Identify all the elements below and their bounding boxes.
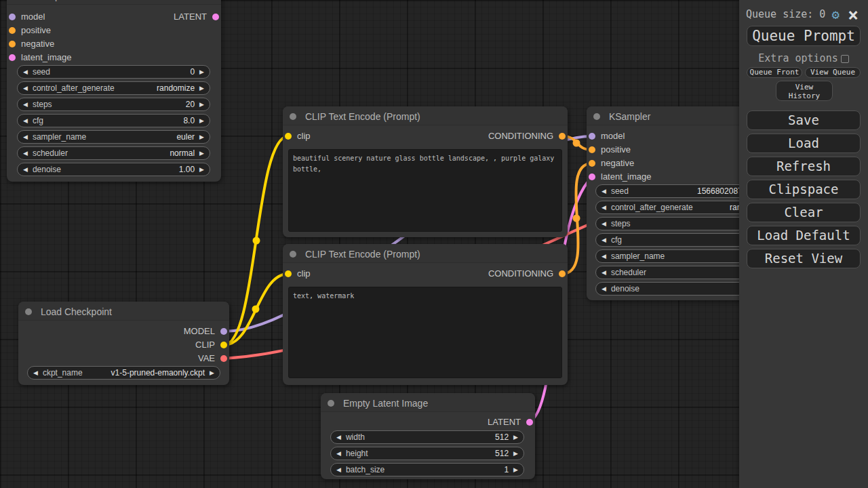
decrement-arrow-icon[interactable]: ◀ [601, 249, 606, 263]
node-clip-positive-header[interactable]: CLIP Text Encode (Prompt) [283, 106, 568, 125]
collapse-dot[interactable] [328, 400, 334, 407]
scheduler-widget[interactable]: ◀ scheduler normal ▶ [17, 146, 210, 160]
clip-input-slot[interactable] [285, 133, 292, 140]
node-load-checkpoint-header[interactable]: Load Checkpoint [18, 302, 229, 321]
height-widget[interactable]: ◀ height 512 ▶ [330, 447, 524, 460]
node-empty-latent-image[interactable]: Empty Latent Image LATENT ◀ width 512 ▶ … [321, 393, 535, 479]
decrement-arrow-icon[interactable]: ◀ [23, 65, 28, 79]
increment-arrow-icon[interactable]: ▶ [199, 65, 204, 79]
width-widget[interactable]: ◀ width 512 ▶ [330, 430, 524, 444]
load-default-button[interactable]: Load Default [747, 226, 861, 245]
node-load-checkpoint[interactable]: Load Checkpoint MODEL CLIP VAE ◀ ckpt_na… [18, 302, 229, 385]
increment-arrow-icon[interactable]: ▶ [199, 130, 204, 144]
steps-widget[interactable]: ◀ steps 20 ▶ [17, 98, 210, 111]
widget-value: normal [170, 148, 195, 158]
negative-input-slot[interactable] [589, 160, 595, 167]
conditioning-output-slot[interactable] [559, 133, 566, 140]
decrement-arrow-icon[interactable]: ◀ [23, 81, 28, 95]
node-title: CLIP Text Encode (Prompt) [305, 111, 420, 122]
latent-output-slot[interactable] [526, 419, 533, 426]
latent-image-input-slot[interactable] [589, 174, 595, 180]
decrement-arrow-icon[interactable]: ◀ [601, 233, 606, 247]
node-clip-text-encode-negative[interactable]: CLIP Text Encode (Prompt) clip CONDITION… [283, 244, 568, 385]
queue-front-button[interactable]: Queue Front [747, 67, 802, 78]
view-history-line2: History [776, 92, 832, 100]
increment-arrow-icon[interactable]: ▶ [199, 81, 204, 95]
conditioning-output-slot[interactable] [559, 270, 566, 277]
seed-widget[interactable]: ◀ seed 0 ▶ [17, 65, 210, 79]
view-history-button[interactable]: View History [776, 81, 833, 101]
decrement-arrow-icon[interactable]: ◀ [601, 184, 606, 198]
collapse-dot[interactable] [593, 113, 600, 120]
latent-output-slot[interactable] [212, 14, 219, 20]
widget-value: 1.00 [179, 165, 195, 174]
clip-input-slot[interactable] [285, 270, 292, 277]
refresh-button[interactable]: Refresh [747, 157, 861, 176]
extra-options-checkbox[interactable] [841, 55, 849, 63]
load-button[interactable]: Load [747, 134, 861, 153]
reset-view-button[interactable]: Reset View [747, 249, 861, 268]
node-empty-latent-header[interactable]: Empty Latent Image [321, 393, 535, 412]
clipspace-button[interactable]: Clipspace [747, 180, 861, 199]
slot-label: model [601, 129, 625, 143]
positive-input-slot[interactable] [9, 27, 16, 34]
settings-gear-icon[interactable]: ⚙ [832, 7, 840, 22]
batch-size-widget[interactable]: ◀ batch_size 1 ▶ [330, 463, 524, 476]
decrement-arrow-icon[interactable]: ◀ [33, 366, 38, 380]
decrement-arrow-icon[interactable]: ◀ [23, 130, 28, 144]
increment-arrow-icon[interactable]: ▶ [199, 146, 204, 160]
node-clip-negative-header[interactable]: CLIP Text Encode (Prompt) [283, 244, 568, 263]
queue-size-label: Queue size: 0 [746, 8, 825, 20]
negative-input-slot[interactable] [9, 41, 16, 47]
latent-image-input-slot[interactable] [9, 54, 16, 61]
decrement-arrow-icon[interactable]: ◀ [336, 447, 341, 460]
sampler-name-widget[interactable]: ◀ sampler_name euler ▶ [17, 130, 210, 144]
collapse-dot[interactable] [290, 251, 296, 258]
widget-value: 512 [495, 432, 509, 442]
decrement-arrow-icon[interactable]: ◀ [23, 98, 28, 111]
slot-label: negative [601, 157, 634, 170]
node-graph-canvas[interactable]: KSampler model LATENT positive negative … [0, 0, 868, 488]
slot-label: negative [21, 37, 54, 51]
node-ksampler-left-header[interactable]: KSampler [7, 0, 221, 5]
decrement-arrow-icon[interactable]: ◀ [23, 114, 28, 127]
increment-arrow-icon[interactable]: ▶ [210, 366, 214, 380]
decrement-arrow-icon[interactable]: ◀ [601, 217, 606, 230]
decrement-arrow-icon[interactable]: ◀ [336, 463, 341, 476]
node-title: KSampler [29, 0, 71, 1]
decrement-arrow-icon[interactable]: ◀ [336, 430, 341, 444]
positive-input-slot[interactable] [589, 146, 595, 153]
increment-arrow-icon[interactable]: ▶ [199, 114, 204, 127]
decrement-arrow-icon[interactable]: ◀ [23, 163, 28, 176]
increment-arrow-icon[interactable]: ▶ [513, 463, 518, 476]
decrement-arrow-icon[interactable]: ◀ [23, 146, 28, 160]
decrement-arrow-icon[interactable]: ◀ [601, 266, 606, 279]
clear-button[interactable]: Clear [747, 203, 861, 222]
view-queue-button[interactable]: View Queue [805, 67, 861, 78]
ckpt-name-widget[interactable]: ◀ ckpt_name v1-5-pruned-emaonly.ckpt ▶ [27, 366, 220, 380]
increment-arrow-icon[interactable]: ▶ [513, 430, 518, 444]
collapse-dot[interactable] [25, 308, 32, 315]
increment-arrow-icon[interactable]: ▶ [199, 163, 204, 176]
collapse-dot[interactable] [290, 113, 296, 120]
node-ksampler-left[interactable]: KSampler model LATENT positive negative … [7, 0, 221, 182]
control-after-generate-widget[interactable]: ◀ control_after_generate randomize ▶ [17, 81, 210, 95]
cfg-widget[interactable]: ◀ cfg 8.0 ▶ [17, 114, 210, 127]
negative-prompt-textarea[interactable]: text, watermark [288, 287, 562, 378]
widget-value: 1566802087 [697, 186, 743, 196]
model-output-slot[interactable] [220, 328, 227, 335]
model-input-slot[interactable] [9, 14, 16, 20]
queue-prompt-button[interactable]: Queue Prompt [747, 26, 861, 46]
increment-arrow-icon[interactable]: ▶ [199, 98, 204, 111]
save-button[interactable]: Save [747, 110, 861, 130]
increment-arrow-icon[interactable]: ▶ [513, 447, 518, 460]
node-clip-text-encode-positive[interactable]: CLIP Text Encode (Prompt) clip CONDITION… [283, 106, 568, 237]
decrement-arrow-icon[interactable]: ◀ [601, 201, 606, 214]
close-icon[interactable]: × [848, 5, 859, 25]
decrement-arrow-icon[interactable]: ◀ [601, 282, 606, 296]
denoise-widget[interactable]: ◀ denoise 1.00 ▶ [17, 163, 210, 176]
clip-output-slot[interactable] [220, 342, 227, 348]
model-input-slot[interactable] [589, 133, 595, 140]
vae-output-slot[interactable] [220, 355, 227, 362]
positive-prompt-textarea[interactable]: beautiful scenery nature glass bottle la… [288, 149, 562, 232]
